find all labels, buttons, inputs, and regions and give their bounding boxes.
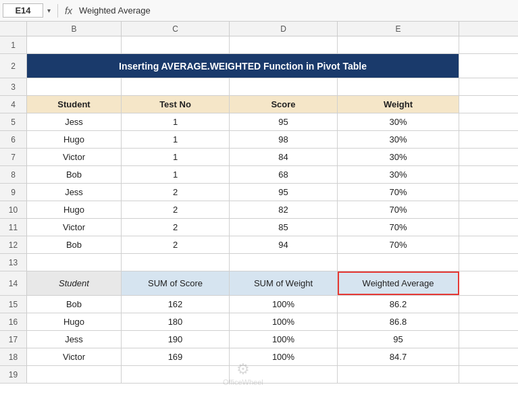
cell-c16[interactable]: 180 xyxy=(122,313,230,330)
cell-b16[interactable]: Hugo xyxy=(27,313,122,330)
cell-b1[interactable] xyxy=(27,36,122,53)
cell-c11[interactable]: 2 xyxy=(122,219,230,236)
formula-content[interactable]: Weighted Average xyxy=(79,5,515,16)
cell-c1[interactable] xyxy=(122,36,230,53)
cell-b12[interactable]: Bob xyxy=(27,236,122,253)
cell-c12[interactable]: 2 xyxy=(122,236,230,253)
cell-b9[interactable]: Jess xyxy=(27,184,122,201)
cell-d5[interactable]: 95 xyxy=(230,113,338,130)
pivot-header-sum-weight[interactable]: SUM of Weight xyxy=(230,271,338,295)
col-header-d[interactable]: D xyxy=(230,22,338,36)
cell-c17[interactable]: 190 xyxy=(122,331,230,348)
row-num-17: 17 xyxy=(0,331,27,348)
row-num-2: 2 xyxy=(0,54,27,78)
pivot-header-student[interactable]: Student xyxy=(27,271,122,295)
cell-e8[interactable]: 30% xyxy=(338,166,459,183)
table-row: 18 Victor 169 100% 84.7 xyxy=(0,348,518,366)
cell-e17[interactable]: 95 xyxy=(338,331,459,348)
header-weight[interactable]: Weight xyxy=(338,96,459,113)
cell-c15[interactable]: 162 xyxy=(122,296,230,313)
col-header-b[interactable]: B xyxy=(27,22,122,36)
cell-e11[interactable]: 70% xyxy=(338,219,459,236)
row-num-16: 16 xyxy=(0,313,27,330)
sheet-body: 1 2 Inserting AVERAGE.WEIGHTED Function … xyxy=(0,36,518,384)
cell-c5[interactable]: 1 xyxy=(122,113,230,130)
cell-d1[interactable] xyxy=(230,36,338,53)
cell-d18[interactable]: 100% xyxy=(230,348,338,365)
cell-b6[interactable]: Hugo xyxy=(27,131,122,148)
cell-b18[interactable]: Victor xyxy=(27,348,122,365)
cell-reference[interactable]: E14 xyxy=(3,3,43,18)
col-header-e[interactable]: E xyxy=(338,22,459,36)
cell-d19[interactable] xyxy=(230,366,338,383)
cell-d12[interactable]: 94 xyxy=(230,236,338,253)
spreadsheet-title: Inserting AVERAGE.WEIGHTED Function in P… xyxy=(27,54,459,78)
table-row: 16 Hugo 180 100% 86.8 xyxy=(0,313,518,331)
cell-b11[interactable]: Victor xyxy=(27,219,122,236)
table-row: 9 Jess 2 95 70% xyxy=(0,184,518,201)
cell-e15[interactable]: 86.2 xyxy=(338,296,459,313)
cell-b19[interactable] xyxy=(27,366,122,383)
cell-e1[interactable] xyxy=(338,36,459,53)
header-student[interactable]: Student xyxy=(27,96,122,113)
header-testno[interactable]: Test No xyxy=(122,96,230,113)
cell-b15[interactable]: Bob xyxy=(27,296,122,313)
table-row: 3 xyxy=(0,78,518,96)
cell-e3[interactable] xyxy=(338,78,459,95)
cell-e10[interactable]: 70% xyxy=(338,201,459,218)
cell-c3[interactable] xyxy=(122,78,230,95)
cell-d15[interactable]: 100% xyxy=(230,296,338,313)
cell-d6[interactable]: 98 xyxy=(230,131,338,148)
cell-d13[interactable] xyxy=(230,254,338,271)
row-num-13: 13 xyxy=(0,254,27,271)
cell-e6[interactable]: 30% xyxy=(338,131,459,148)
cell-c8[interactable]: 1 xyxy=(122,166,230,183)
cell-c9[interactable]: 2 xyxy=(122,184,230,201)
row-num-19: 19 xyxy=(0,366,27,383)
cell-b17[interactable]: Jess xyxy=(27,331,122,348)
cell-e19[interactable] xyxy=(338,366,459,383)
cell-b7[interactable]: Victor xyxy=(27,149,122,165)
cell-d3[interactable] xyxy=(230,78,338,95)
cell-b3[interactable] xyxy=(27,78,122,95)
row-num-6: 6 xyxy=(0,131,27,148)
cell-d9[interactable]: 95 xyxy=(230,184,338,201)
cell-e16[interactable]: 86.8 xyxy=(338,313,459,330)
cell-c18[interactable]: 169 xyxy=(122,348,230,365)
cell-b8[interactable]: Bob xyxy=(27,166,122,183)
cell-e18[interactable]: 84.7 xyxy=(338,348,459,365)
cell-d16[interactable]: 100% xyxy=(230,313,338,330)
cell-d11[interactable]: 85 xyxy=(230,219,338,236)
cell-d10[interactable]: 82 xyxy=(230,201,338,218)
cell-c13[interactable] xyxy=(122,254,230,271)
row-num-12: 12 xyxy=(0,236,27,253)
header-score[interactable]: Score xyxy=(230,96,338,113)
cell-d7[interactable]: 84 xyxy=(230,149,338,165)
row-num-1: 1 xyxy=(0,36,27,53)
table-row: 19 xyxy=(0,366,518,384)
cell-c10[interactable]: 2 xyxy=(122,201,230,218)
fx-icon: fx xyxy=(65,5,72,16)
table-row: 17 Jess 190 100% 95 xyxy=(0,331,518,348)
cell-e13[interactable] xyxy=(338,254,459,271)
cell-c19[interactable] xyxy=(122,366,230,383)
pivot-header-sum-score[interactable]: SUM of Score xyxy=(122,271,230,295)
cell-e7[interactable]: 30% xyxy=(338,149,459,165)
cell-e9[interactable]: 70% xyxy=(338,184,459,201)
cell-ref-dropdown[interactable]: ▾ xyxy=(47,7,51,14)
col-header-c[interactable]: C xyxy=(122,22,230,36)
row-num-3: 3 xyxy=(0,78,27,95)
cell-b5[interactable]: Jess xyxy=(27,113,122,130)
cell-b10[interactable]: Hugo xyxy=(27,201,122,218)
cell-c7[interactable]: 1 xyxy=(122,149,230,165)
cell-d17[interactable]: 100% xyxy=(230,331,338,348)
cell-d8[interactable]: 68 xyxy=(230,166,338,183)
row-num-8: 8 xyxy=(0,166,27,183)
row-num-11: 11 xyxy=(0,219,27,236)
cell-b13[interactable] xyxy=(27,254,122,271)
cell-e12[interactable]: 70% xyxy=(338,236,459,253)
table-row: 1 xyxy=(0,36,518,54)
cell-e5[interactable]: 30% xyxy=(338,113,459,130)
pivot-header-weighted-avg[interactable]: Weighted Average xyxy=(338,271,459,295)
cell-c6[interactable]: 1 xyxy=(122,131,230,148)
